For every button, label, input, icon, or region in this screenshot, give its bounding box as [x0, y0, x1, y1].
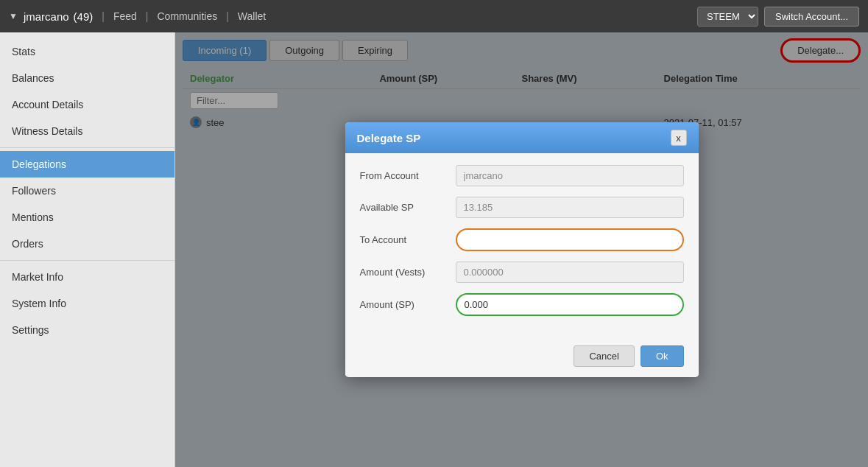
- user-rank: (49): [74, 10, 93, 23]
- delegate-sp-modal: Delegate SP x From Account Available SP: [345, 122, 699, 377]
- navbar-right: STEEM Switch Account...: [697, 7, 859, 27]
- modal-title: Delegate SP: [357, 132, 421, 144]
- sidebar-item-account-details[interactable]: Account Details: [0, 91, 174, 118]
- username-label: jmarcano: [24, 10, 69, 23]
- modal-footer: Cancel Ok: [345, 338, 699, 377]
- nav-feed[interactable]: Feed: [113, 10, 137, 22]
- separator-2: |: [146, 10, 149, 22]
- available-sp-input: [456, 197, 684, 218]
- nav-wallet[interactable]: Wallet: [238, 10, 266, 22]
- steem-selector[interactable]: STEEM: [697, 7, 758, 27]
- available-sp-label: Available SP: [360, 202, 456, 213]
- to-account-input[interactable]: [456, 228, 684, 251]
- switch-account-button[interactable]: Switch Account...: [764, 7, 859, 27]
- separator-1: |: [102, 10, 105, 22]
- amount-vests-input: [456, 261, 684, 283]
- navbar: ▼ jmarcano (49) | Feed | Communities | W…: [0, 0, 868, 32]
- sidebar-item-witness-details[interactable]: Witness Details: [0, 118, 174, 144]
- amount-sp-input[interactable]: [456, 293, 684, 316]
- modal-overlay: Delegate SP x From Account Available SP: [175, 32, 868, 467]
- sidebar-divider-1: [0, 147, 174, 148]
- sidebar-item-market-info[interactable]: Market Info: [0, 264, 174, 290]
- sidebar-item-stats[interactable]: Stats: [0, 38, 174, 65]
- sidebar-item-followers[interactable]: Followers: [0, 178, 174, 204]
- sidebar-item-system-info[interactable]: System Info: [0, 290, 174, 317]
- to-account-row: To Account: [360, 228, 684, 251]
- from-account-label: From Account: [360, 170, 456, 181]
- content-area: Incoming (1) Outgoing Expiring Delegate.…: [175, 32, 868, 467]
- cancel-button[interactable]: Cancel: [574, 345, 634, 367]
- modal-header: Delegate SP x: [345, 122, 699, 153]
- sidebar-item-mentions[interactable]: Mentions: [0, 204, 174, 231]
- ok-button[interactable]: Ok: [641, 345, 684, 367]
- modal-body: From Account Available SP To Account: [345, 153, 699, 338]
- sidebar-item-delegations[interactable]: Delegations: [0, 151, 174, 178]
- sidebar-item-settings[interactable]: Settings: [0, 317, 174, 343]
- available-sp-row: Available SP: [360, 197, 684, 218]
- to-account-label: To Account: [360, 234, 456, 245]
- amount-vests-label: Amount (Vests): [360, 267, 456, 278]
- amount-sp-label: Amount (SP): [360, 299, 456, 310]
- from-account-input[interactable]: [456, 165, 684, 186]
- dropdown-arrow-icon[interactable]: ▼: [9, 11, 18, 21]
- username-display: jmarcano (49): [24, 10, 93, 23]
- main-layout: Stats Balances Account Details Witness D…: [0, 32, 868, 467]
- nav-communities[interactable]: Communities: [157, 10, 217, 22]
- from-account-row: From Account: [360, 165, 684, 186]
- separator-3: |: [226, 10, 229, 22]
- sidebar-divider-2: [0, 260, 174, 261]
- sidebar-item-orders[interactable]: Orders: [0, 231, 174, 257]
- amount-sp-row: Amount (SP): [360, 293, 684, 316]
- amount-vests-row: Amount (Vests): [360, 261, 684, 283]
- sidebar: Stats Balances Account Details Witness D…: [0, 32, 175, 467]
- modal-close-button[interactable]: x: [671, 130, 687, 146]
- sidebar-item-balances[interactable]: Balances: [0, 65, 174, 91]
